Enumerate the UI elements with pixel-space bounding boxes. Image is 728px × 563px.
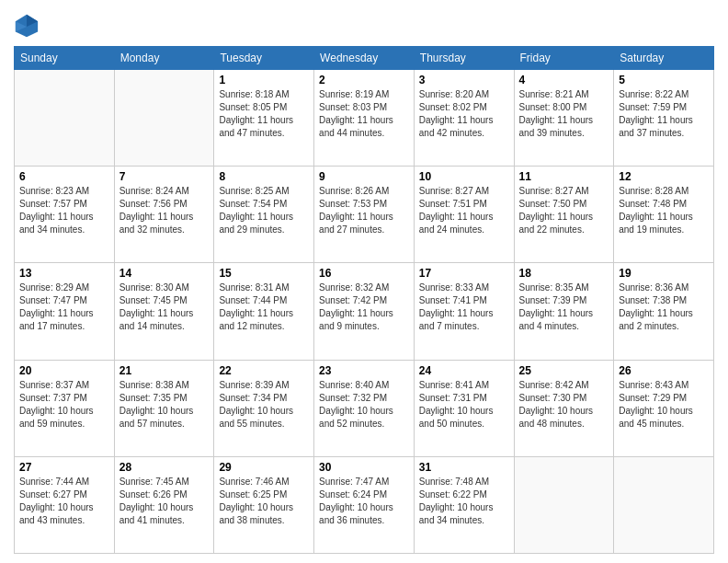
- calendar-cell: 16Sunrise: 8:32 AMSunset: 7:42 PMDayligh…: [314, 263, 415, 360]
- day-info: Sunrise: 8:26 AMSunset: 7:53 PMDaylight:…: [319, 185, 409, 236]
- calendar-cell: 11Sunrise: 8:27 AMSunset: 7:50 PMDayligh…: [514, 167, 614, 263]
- day-number: 31: [419, 461, 509, 474]
- calendar-cell: 29Sunrise: 7:46 AMSunset: 6:25 PMDayligh…: [214, 456, 314, 553]
- day-info: Sunrise: 8:35 AMSunset: 7:39 PMDaylight:…: [519, 282, 609, 333]
- day-info: Sunrise: 7:47 AMSunset: 6:24 PMDaylight:…: [319, 476, 409, 527]
- day-number: 25: [519, 364, 609, 377]
- calendar-cell: 23Sunrise: 8:40 AMSunset: 7:32 PMDayligh…: [314, 360, 415, 456]
- day-number: 1: [219, 74, 309, 86]
- day-info: Sunrise: 8:22 AMSunset: 7:59 PMDaylight:…: [619, 88, 709, 140]
- day-number: 30: [319, 461, 409, 474]
- day-number: 2: [319, 74, 409, 86]
- day-info: Sunrise: 7:45 AMSunset: 6:26 PMDaylight:…: [119, 476, 210, 527]
- calendar-cell: 12Sunrise: 8:28 AMSunset: 7:48 PMDayligh…: [614, 167, 714, 263]
- calendar-week-row: 13Sunrise: 8:29 AMSunset: 7:47 PMDayligh…: [15, 263, 714, 360]
- day-number: 26: [619, 364, 709, 377]
- day-number: 4: [519, 74, 609, 86]
- weekday-header-sunday: Sunday: [15, 47, 115, 70]
- weekday-header-tuesday: Tuesday: [214, 47, 314, 70]
- logo: [14, 13, 41, 39]
- day-info: Sunrise: 8:31 AMSunset: 7:44 PMDaylight:…: [219, 282, 309, 333]
- calendar-cell: [514, 456, 614, 553]
- calendar-cell: 27Sunrise: 7:44 AMSunset: 6:27 PMDayligh…: [15, 456, 115, 553]
- day-info: Sunrise: 8:38 AMSunset: 7:35 PMDaylight:…: [119, 379, 210, 431]
- day-info: Sunrise: 8:40 AMSunset: 7:32 PMDaylight:…: [319, 379, 409, 431]
- day-info: Sunrise: 8:36 AMSunset: 7:38 PMDaylight:…: [619, 282, 709, 333]
- day-info: Sunrise: 8:27 AMSunset: 7:51 PMDaylight:…: [419, 185, 509, 236]
- logo-icon: [14, 13, 40, 39]
- calendar-cell: 15Sunrise: 8:31 AMSunset: 7:44 PMDayligh…: [214, 263, 314, 360]
- day-number: 29: [219, 461, 309, 474]
- day-info: Sunrise: 8:28 AMSunset: 7:48 PMDaylight:…: [619, 185, 709, 236]
- day-info: Sunrise: 8:39 AMSunset: 7:34 PMDaylight:…: [219, 379, 309, 431]
- day-info: Sunrise: 8:21 AMSunset: 8:00 PMDaylight:…: [519, 88, 609, 140]
- day-info: Sunrise: 8:37 AMSunset: 7:37 PMDaylight:…: [19, 379, 109, 431]
- day-number: 5: [619, 74, 709, 86]
- calendar-cell: 7Sunrise: 8:24 AMSunset: 7:56 PMDaylight…: [114, 167, 214, 263]
- calendar-cell: 18Sunrise: 8:35 AMSunset: 7:39 PMDayligh…: [514, 263, 614, 360]
- day-number: 28: [119, 461, 210, 474]
- weekday-header-friday: Friday: [514, 47, 614, 70]
- day-info: Sunrise: 7:46 AMSunset: 6:25 PMDaylight:…: [219, 476, 309, 527]
- calendar-cell: 3Sunrise: 8:20 AMSunset: 8:02 PMDaylight…: [414, 70, 514, 167]
- day-number: 19: [619, 267, 709, 280]
- calendar-cell: 30Sunrise: 7:47 AMSunset: 6:24 PMDayligh…: [314, 456, 415, 553]
- day-number: 20: [19, 364, 109, 377]
- day-info: Sunrise: 8:24 AMSunset: 7:56 PMDaylight:…: [119, 185, 210, 236]
- day-info: Sunrise: 8:33 AMSunset: 7:41 PMDaylight:…: [419, 282, 509, 333]
- day-number: 16: [319, 267, 409, 280]
- day-info: Sunrise: 7:44 AMSunset: 6:27 PMDaylight:…: [19, 476, 109, 527]
- calendar-cell: 4Sunrise: 8:21 AMSunset: 8:00 PMDaylight…: [514, 70, 614, 167]
- weekday-header-wednesday: Wednesday: [314, 47, 415, 70]
- calendar-cell: 25Sunrise: 8:42 AMSunset: 7:30 PMDayligh…: [514, 360, 614, 456]
- day-number: 9: [319, 170, 409, 183]
- day-number: 11: [519, 170, 609, 183]
- day-number: 24: [419, 364, 509, 377]
- calendar-cell: [114, 70, 214, 167]
- calendar-cell: 10Sunrise: 8:27 AMSunset: 7:51 PMDayligh…: [414, 167, 514, 263]
- calendar-week-row: 6Sunrise: 8:23 AMSunset: 7:57 PMDaylight…: [15, 167, 714, 263]
- day-number: 21: [119, 364, 210, 377]
- day-info: Sunrise: 8:20 AMSunset: 8:02 PMDaylight:…: [419, 88, 509, 140]
- calendar-cell: 6Sunrise: 8:23 AMSunset: 7:57 PMDaylight…: [15, 167, 115, 263]
- day-info: Sunrise: 8:19 AMSunset: 8:03 PMDaylight:…: [319, 88, 409, 140]
- calendar-cell: [15, 70, 115, 167]
- day-number: 15: [219, 267, 309, 280]
- weekday-header-monday: Monday: [114, 47, 214, 70]
- day-number: 22: [219, 364, 309, 377]
- day-number: 18: [519, 267, 609, 280]
- day-info: Sunrise: 7:48 AMSunset: 6:22 PMDaylight:…: [419, 476, 509, 527]
- weekday-header-thursday: Thursday: [414, 47, 514, 70]
- day-info: Sunrise: 8:42 AMSunset: 7:30 PMDaylight:…: [519, 379, 609, 431]
- day-number: 17: [419, 267, 509, 280]
- calendar-cell: 13Sunrise: 8:29 AMSunset: 7:47 PMDayligh…: [15, 263, 115, 360]
- calendar-cell: 21Sunrise: 8:38 AMSunset: 7:35 PMDayligh…: [114, 360, 214, 456]
- calendar-cell: 20Sunrise: 8:37 AMSunset: 7:37 PMDayligh…: [15, 360, 115, 456]
- day-number: 10: [419, 170, 509, 183]
- calendar-cell: 22Sunrise: 8:39 AMSunset: 7:34 PMDayligh…: [214, 360, 314, 456]
- day-number: 23: [319, 364, 409, 377]
- day-number: 12: [619, 170, 709, 183]
- day-number: 7: [119, 170, 210, 183]
- day-info: Sunrise: 8:27 AMSunset: 7:50 PMDaylight:…: [519, 185, 609, 236]
- day-info: Sunrise: 8:32 AMSunset: 7:42 PMDaylight:…: [319, 282, 409, 333]
- day-number: 6: [19, 170, 109, 183]
- calendar-cell: 24Sunrise: 8:41 AMSunset: 7:31 PMDayligh…: [414, 360, 514, 456]
- calendar-cell: 26Sunrise: 8:43 AMSunset: 7:29 PMDayligh…: [614, 360, 714, 456]
- calendar-cell: 5Sunrise: 8:22 AMSunset: 7:59 PMDaylight…: [614, 70, 714, 167]
- calendar-cell: 8Sunrise: 8:25 AMSunset: 7:54 PMDaylight…: [214, 167, 314, 263]
- weekday-header-saturday: Saturday: [614, 47, 714, 70]
- calendar-cell: 1Sunrise: 8:18 AMSunset: 8:05 PMDaylight…: [214, 70, 314, 167]
- calendar-cell: 9Sunrise: 8:26 AMSunset: 7:53 PMDaylight…: [314, 167, 415, 263]
- day-number: 13: [19, 267, 109, 280]
- weekday-header-row: SundayMondayTuesdayWednesdayThursdayFrid…: [15, 47, 714, 70]
- day-info: Sunrise: 8:29 AMSunset: 7:47 PMDaylight:…: [19, 282, 109, 333]
- day-number: 14: [119, 267, 210, 280]
- calendar-table: SundayMondayTuesdayWednesdayThursdayFrid…: [14, 46, 714, 554]
- day-number: 8: [219, 170, 309, 183]
- day-info: Sunrise: 8:25 AMSunset: 7:54 PMDaylight:…: [219, 185, 309, 236]
- day-info: Sunrise: 8:41 AMSunset: 7:31 PMDaylight:…: [419, 379, 509, 431]
- calendar-cell: 31Sunrise: 7:48 AMSunset: 6:22 PMDayligh…: [414, 456, 514, 553]
- day-info: Sunrise: 8:30 AMSunset: 7:45 PMDaylight:…: [119, 282, 210, 333]
- calendar-cell: 17Sunrise: 8:33 AMSunset: 7:41 PMDayligh…: [414, 263, 514, 360]
